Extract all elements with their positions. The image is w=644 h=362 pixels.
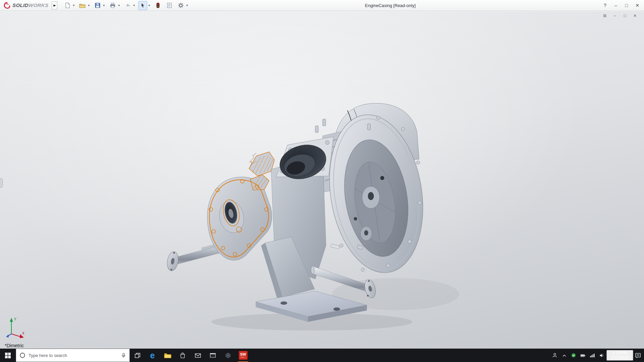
mail-envelope-icon (195, 353, 201, 358)
file-properties-icon (166, 2, 172, 8)
select-tool-button[interactable] (138, 1, 147, 10)
file-explorer-icon (164, 353, 171, 358)
network-bars-icon (590, 353, 595, 358)
new-document-icon (64, 2, 70, 8)
cortana-icon (19, 352, 25, 358)
security-check-icon (571, 353, 576, 358)
triad-x-label: X (22, 331, 24, 335)
start-button[interactable] (0, 349, 16, 362)
brand-text: SOLIDWORKS (12, 2, 48, 8)
battery-icon (580, 353, 586, 358)
select-group: ▾ (138, 1, 151, 10)
solidworks-window: SOLIDWORKS ▶ ▾ ▾ (0, 0, 644, 362)
left-panel-splitter[interactable] (0, 178, 3, 188)
store-button[interactable] (175, 349, 190, 362)
search-input[interactable] (29, 353, 118, 358)
options-group: ▾ (176, 1, 189, 10)
volume-icon (599, 353, 604, 358)
clock-date: 7/23/2018 (607, 355, 633, 360)
doc-restore-button[interactable]: □ (621, 13, 629, 19)
solidworks-logo: SOLIDWORKS (1, 2, 52, 9)
select-cursor-icon (140, 2, 146, 8)
clock-time: 1:16 PM (607, 351, 633, 355)
document-title: EngineCasing [Read-only] (365, 3, 416, 8)
engine-casing-model[interactable] (0, 11, 644, 349)
mail-button[interactable] (190, 349, 205, 362)
window-controls: ? – □ ✕ (600, 1, 643, 10)
view-orientation-label: *Dimetric (5, 343, 24, 348)
undo-group: ▾ (123, 1, 136, 10)
orientation-triad: Y X (5, 316, 27, 340)
console-window-icon (210, 353, 216, 358)
document-window-controls: ⊞ – □ ✕ (601, 13, 639, 19)
edge-icon: e (150, 351, 155, 360)
new-document-group: ▾ (63, 1, 75, 10)
select-tool-dropdown[interactable]: ▾ (147, 4, 151, 7)
print-button[interactable] (108, 1, 117, 10)
chevron-up-icon (562, 353, 567, 358)
console-app-button[interactable] (205, 349, 220, 362)
action-center-icon (635, 353, 641, 358)
taskbar-clock[interactable]: 1:16 PM 7/23/2018 (606, 350, 633, 361)
battery-button[interactable] (578, 349, 588, 362)
menu-flyout-button[interactable]: ▶ (52, 1, 57, 9)
microphone-icon[interactable] (121, 353, 126, 358)
solidworks-app-icon: SW 2017 (239, 351, 248, 360)
print-icon (110, 2, 116, 8)
people-icon (552, 353, 557, 358)
close-button[interactable]: ✕ (632, 1, 643, 10)
open-button[interactable] (78, 1, 87, 10)
open-folder-icon (79, 3, 86, 8)
task-view-icon (135, 353, 141, 358)
standard-toolbar: ▾ ▾ ▾ (63, 1, 191, 10)
options-button[interactable] (176, 1, 185, 10)
open-dropdown[interactable]: ▾ (87, 4, 91, 7)
tray-overflow-button[interactable] (559, 349, 569, 362)
task-view-button[interactable] (130, 349, 145, 362)
file-properties-group (165, 1, 174, 10)
doc-close-button[interactable]: ✕ (631, 13, 639, 19)
undo-button[interactable] (123, 1, 132, 10)
hexagon-app-icon (225, 353, 231, 358)
solidworks-app-button[interactable]: SW 2017 (235, 349, 251, 362)
new-document-button[interactable] (63, 1, 72, 10)
help-button[interactable]: ? (600, 1, 610, 10)
gear-icon (178, 2, 184, 8)
undo-dropdown[interactable]: ▾ (132, 4, 136, 7)
network-button[interactable] (588, 349, 597, 362)
windows-taskbar: e (0, 349, 644, 362)
undo-icon (125, 2, 131, 8)
volume-button[interactable] (597, 349, 606, 362)
system-tray: 1:16 PM 7/23/2018 (550, 349, 644, 362)
ds-swirl-icon (3, 2, 11, 9)
file-properties-button[interactable] (165, 1, 174, 10)
save-dropdown[interactable]: ▾ (102, 4, 106, 7)
save-floppy-icon (95, 2, 101, 8)
options-dropdown[interactable]: ▾ (185, 4, 189, 7)
taskbar-search[interactable] (16, 349, 130, 362)
save-group: ▾ (93, 1, 106, 10)
edrawings-button[interactable] (220, 349, 235, 362)
save-button[interactable] (93, 1, 102, 10)
print-group: ▾ (108, 1, 121, 10)
rebuild-button[interactable] (153, 1, 162, 10)
doc-minimize-button[interactable]: – (611, 13, 619, 19)
print-dropdown[interactable]: ▾ (117, 4, 121, 7)
store-bag-icon (180, 352, 185, 359)
new-document-dropdown[interactable]: ▾ (72, 4, 75, 7)
rebuild-stoplight-icon (155, 2, 161, 8)
windows-logo-icon (5, 353, 11, 358)
doc-menu-button[interactable]: ⊞ (601, 13, 608, 19)
triad-y-label: Y (14, 317, 16, 321)
section-bracket[interactable] (249, 152, 274, 190)
file-explorer-button[interactable] (160, 349, 175, 362)
titlebar: SOLIDWORKS ▶ ▾ ▾ (0, 0, 644, 11)
edge-browser-button[interactable]: e (145, 349, 160, 362)
action-center-button[interactable] (633, 349, 643, 362)
people-button[interactable] (550, 349, 559, 362)
minimize-button[interactable]: – (610, 1, 621, 10)
open-group: ▾ (78, 1, 91, 10)
graphics-area[interactable]: ⊞ – □ ✕ (0, 11, 644, 349)
restore-button[interactable]: □ (621, 1, 632, 10)
security-status-button[interactable] (569, 349, 578, 362)
